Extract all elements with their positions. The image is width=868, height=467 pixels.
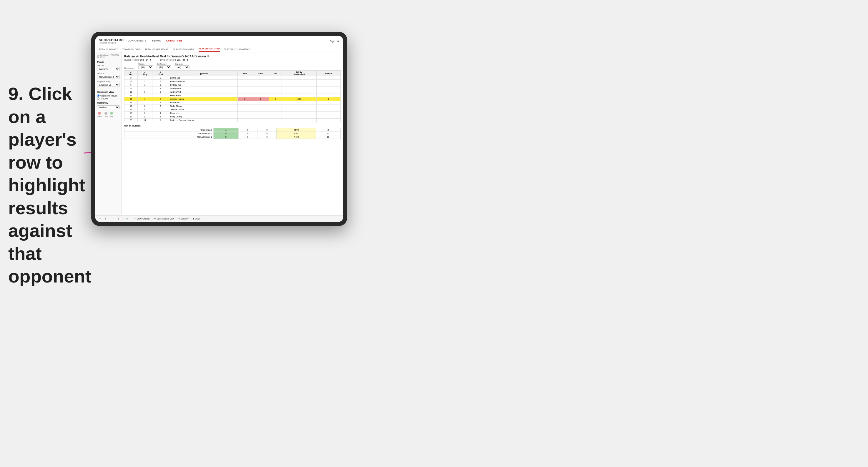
tab-player-summary[interactable]: PLAYER SUMMARY — [173, 48, 194, 52]
table-cell: Stella Chang — [169, 104, 238, 108]
gender-select[interactable]: Women's — [97, 67, 120, 71]
table-cell: 2 — [152, 112, 169, 115]
table-cell: Alexis Sudjianto — [169, 80, 238, 83]
undo-btn[interactable]: ↩ — [98, 217, 102, 220]
table-cell — [282, 90, 316, 94]
ood-row[interactable]: Foreign Team1004.5002 — [124, 128, 341, 132]
nav-teams[interactable]: TEAMS — [152, 39, 161, 42]
table-cell — [317, 115, 341, 119]
table-row[interactable]: 1691Jessica Mason — [124, 108, 341, 112]
sign-out-link[interactable]: Sign out — [330, 40, 340, 43]
division-select[interactable]: NCAA Division III — [97, 75, 120, 79]
table-cell: 4 — [137, 76, 152, 80]
table-cell: 1 — [152, 108, 169, 112]
view-original-icon: 👁 — [134, 218, 136, 220]
table-row[interactable]: 341Esther Lee — [124, 76, 341, 80]
col-conf: #Conf — [152, 71, 169, 76]
table-cell: Sydney Kuo — [169, 83, 238, 87]
tab-team-h2h-grid[interactable]: TEAM H2H GRID — [122, 48, 141, 52]
annotation-number: 9. — [8, 84, 24, 104]
table-cell: 15 — [124, 104, 138, 108]
h2h-grid-table: #Div #Reg #Conf Opponent Win Loss Tie Di… — [124, 70, 341, 122]
save-custom-btn[interactable]: 💾 Save Custom View — [152, 217, 175, 220]
annotation-text: 9. Click on a player's row to highlight … — [8, 83, 88, 288]
ood-cell: 0 — [257, 135, 277, 139]
table-row[interactable]: 20117Federica Domecq Lacroze — [124, 119, 341, 122]
table-cell: 1 — [152, 97, 169, 101]
table-cell — [137, 94, 152, 97]
ood-row[interactable]: NCAA Division 25007.40010 — [124, 135, 341, 139]
clock-btn[interactable]: 🕐 — [124, 217, 129, 220]
forward-btn[interactable]: ⟶ — [110, 217, 115, 220]
opponent-select[interactable]: (All) — [175, 65, 189, 69]
table-cell: Esther Lee — [169, 76, 238, 80]
view-original-btn[interactable]: 👁 View: Original — [133, 217, 151, 220]
ood-cell: 9.267 — [277, 132, 316, 135]
sub-nav: TEAM SUMMARY TEAM H2H GRID TEAM H2H HEAT… — [95, 45, 343, 52]
tab-player-h2h-heatmap[interactable]: PLAYER H2H HEATMAP — [224, 48, 250, 52]
colour-level — [104, 112, 107, 115]
table-cell: Sharon Mun — [169, 87, 238, 90]
share-label: Share — [195, 218, 201, 220]
ood-row[interactable]: NAIA Division 115009.26730 — [124, 132, 341, 135]
main-content: Last Updated: 27/03/2024 16:55:28 Player… — [95, 52, 343, 215]
ood-cell: NAIA Division 1 — [124, 132, 214, 135]
table-cell — [282, 83, 316, 87]
table-row[interactable]: 914Sharon Mun — [124, 87, 341, 90]
colour-down — [98, 112, 101, 115]
table-row[interactable]: 11Heejo Hyun — [124, 94, 341, 97]
table-row[interactable]: 1311Jessica Huang010-3.002 — [124, 97, 341, 101]
view-original-label: View: Original — [137, 218, 150, 220]
tab-team-h2h-heatmap[interactable]: TEAM H2H HEATMAP — [145, 48, 168, 52]
table-row[interactable]: 19106Emily Chang — [124, 115, 341, 119]
table-cell: 10 — [137, 115, 152, 119]
colour-legend: Down Level Up — [97, 112, 120, 117]
nav-tournaments[interactable]: TOURNAMENTS — [126, 39, 146, 42]
table-cell: -3.00 — [282, 97, 316, 101]
col-diff: Diff AvStrokes/Rnd — [282, 71, 316, 76]
save-custom-label: Save Custom View — [157, 218, 174, 220]
table-cell — [282, 119, 316, 122]
table-cell: 0 — [238, 97, 252, 101]
top-100-option[interactable]: Top 100 — [97, 97, 120, 100]
table-cell — [238, 83, 252, 87]
player-rank-select[interactable]: 8. Katelyn Vo — [97, 83, 120, 87]
right-content: Katelyn Vo Head-to-Head Grid for Women's… — [122, 52, 343, 215]
table-cell — [269, 115, 282, 119]
tab-team-summary[interactable]: TEAM SUMMARY — [99, 48, 118, 52]
nav-committee[interactable]: COMMITTEE — [166, 39, 182, 42]
table-row[interactable]: 522Alexis Sudjianto — [124, 80, 341, 83]
tab-player-h2h-grid[interactable]: PLAYER H2H GRID — [198, 48, 220, 52]
share-btn[interactable]: ⬆ Share — [191, 217, 202, 220]
watch-btn[interactable]: 👁 Watch ▾ — [177, 217, 190, 220]
table-row[interactable]: 613Sydney Kuo — [124, 83, 341, 87]
conference-select[interactable]: (All) — [157, 65, 171, 69]
table-cell: 5 — [152, 104, 169, 108]
redo-btn[interactable]: ↻ — [103, 217, 108, 220]
table-cell — [269, 104, 282, 108]
table-row[interactable]: 1474Eunice Yi — [124, 101, 341, 104]
nav-links: TOURNAMENTS TEAMS COMMITTEE — [126, 39, 182, 42]
table-cell — [282, 76, 316, 80]
table-row[interactable]: 1585Stella Chang — [124, 104, 341, 108]
table-cell — [252, 108, 269, 112]
table-cell: 2 — [137, 112, 152, 115]
opponents-label: Opponents: — [124, 67, 135, 69]
table-row[interactable]: 1063Andrea York — [124, 90, 341, 94]
ood-cell: 5 — [214, 135, 238, 139]
colour-by-select[interactable]: Win/loss — [97, 105, 120, 109]
opponents-played-option[interactable]: Opponents Played — [97, 94, 120, 97]
table-cell — [238, 94, 252, 97]
table-cell — [282, 101, 316, 104]
region-select[interactable]: (All) — [138, 65, 153, 69]
bottom-toolbar: ↩ ↻ ⟶ ⧉ 🕐 👁 View: Original 💾 Save Custom… — [95, 215, 343, 222]
table-row[interactable]: 1822Euna Lee — [124, 112, 341, 115]
logo-area: SCOREBOARD Powered by clippd TOURNAMENTS… — [99, 37, 182, 44]
copy-btn[interactable]: ⧉ — [117, 217, 120, 220]
colour-by-label: Colour by — [97, 101, 120, 104]
last-updated: Last Updated: 27/03/2024 16:55:28 — [97, 54, 120, 58]
table-cell: 1 — [252, 97, 269, 101]
col-loss: Loss — [252, 71, 269, 76]
gender-label: Gender — [97, 64, 120, 66]
tablet-screen: SCOREBOARD Powered by clippd TOURNAMENTS… — [95, 36, 343, 222]
